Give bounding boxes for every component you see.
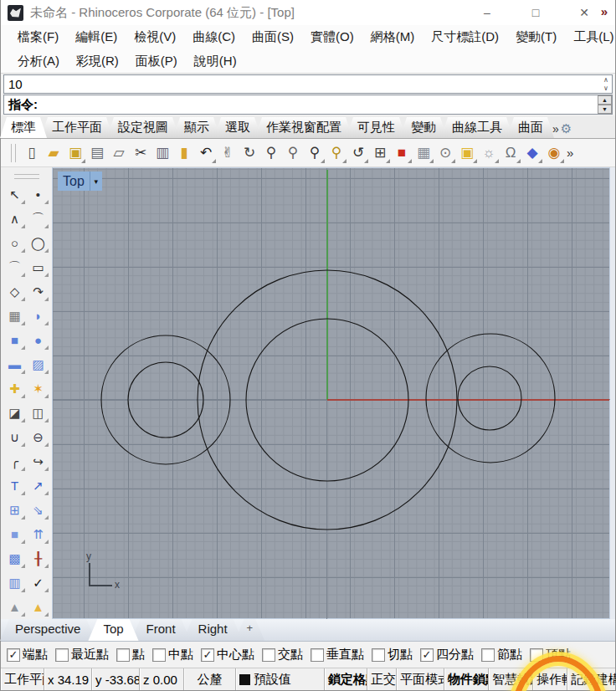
rectangle-icon[interactable]: ▭ bbox=[27, 255, 50, 279]
osnap-toggle[interactable]: ✓ 垂直點 bbox=[311, 647, 364, 663]
menu-item[interactable]: 工具(L) bbox=[565, 29, 616, 45]
spinner-down-icon[interactable]: ▼ bbox=[598, 105, 612, 114]
checkbox[interactable]: ✓ bbox=[481, 648, 495, 662]
status-cell[interactable]: y -33.68 bbox=[92, 668, 140, 690]
boolean-puzzle-icon[interactable]: ✚ bbox=[3, 376, 27, 401]
checkbox[interactable]: ✓ bbox=[372, 648, 385, 662]
spinner-up-icon[interactable]: ▲ bbox=[598, 95, 612, 105]
osnap-toggle[interactable]: ✓ 交點 bbox=[262, 647, 303, 663]
polyline-icon[interactable]: ∧ bbox=[3, 207, 27, 231]
chevron-down-icon[interactable]: ▾ bbox=[90, 171, 102, 191]
osnap-toggle[interactable]: ✓ 點 bbox=[116, 647, 145, 663]
add-viewport-tab-button[interactable]: + bbox=[235, 619, 265, 641]
viewport-tab[interactable]: Front bbox=[131, 619, 191, 641]
toolbar-overflow-icon[interactable]: » bbox=[567, 146, 573, 160]
osnap-toggle[interactable]: ✓ 端點 bbox=[7, 647, 48, 663]
checkbox[interactable]: ✓ bbox=[116, 648, 130, 662]
group-icon[interactable]: ⊞ bbox=[3, 498, 27, 522]
command-history[interactable]: 10 ∧∨ bbox=[3, 74, 613, 94]
layers-icon[interactable]: ▥ bbox=[3, 571, 27, 595]
toolbar-tab[interactable]: 變動 bbox=[400, 117, 447, 138]
ellipse-icon[interactable]: ◯ bbox=[27, 231, 50, 255]
conic-curve-icon[interactable]: ↷ bbox=[27, 279, 50, 304]
options-icon[interactable]: ◉ bbox=[543, 142, 565, 164]
osnap-toggle[interactable]: ✓ 中點 bbox=[152, 647, 193, 663]
osnap-toggle[interactable]: ✓ 中心點 bbox=[201, 647, 254, 663]
checkbox[interactable]: ✓ bbox=[201, 648, 214, 662]
checkbox[interactable]: ✓ bbox=[262, 648, 275, 662]
menu-item[interactable]: 編輯(E) bbox=[67, 29, 126, 45]
array-linear-icon[interactable]: ╂ bbox=[27, 546, 50, 571]
checkbox[interactable]: ✓ bbox=[55, 648, 69, 662]
checkbox[interactable]: ✓ bbox=[311, 648, 324, 662]
viewport-tab[interactable]: Right bbox=[183, 619, 243, 641]
top-viewport[interactable]: Top ▾ y x bbox=[52, 167, 610, 619]
circle-icon[interactable]: ○ bbox=[3, 231, 27, 255]
osnap-toggle[interactable]: ✓ 節點 bbox=[481, 647, 522, 663]
gear-icon[interactable]: ⚙ bbox=[561, 121, 572, 136]
boolean-union-icon[interactable]: ∪ bbox=[3, 425, 27, 449]
solid-union-icon[interactable]: ■ bbox=[3, 522, 27, 546]
save-icon[interactable]: ▣ bbox=[64, 142, 86, 164]
toolbar-tab[interactable]: 設定視圖 bbox=[107, 117, 179, 138]
menu-item[interactable]: 分析(A) bbox=[9, 54, 68, 69]
control-point-curve-icon[interactable]: ⌒ bbox=[27, 207, 50, 231]
status-cell[interactable]: 記錄建構歷史 bbox=[567, 668, 616, 690]
status-cell[interactable]: 物件鎖點 bbox=[444, 668, 489, 690]
box-icon[interactable]: ■ bbox=[3, 328, 27, 352]
array-icon[interactable]: ▩ bbox=[3, 546, 27, 571]
extrude-icon[interactable]: ⇈ bbox=[27, 522, 50, 546]
lamp-icon[interactable]: ▲ bbox=[27, 595, 50, 619]
osnap-toggle[interactable]: ✓ 最近點 bbox=[55, 647, 109, 663]
command-history-scrollbar[interactable]: ∧∨ bbox=[600, 75, 612, 93]
status-cell[interactable]: 正交 bbox=[367, 668, 397, 690]
point-icon[interactable]: • bbox=[27, 182, 50, 207]
status-cell[interactable]: 公釐 bbox=[184, 668, 236, 690]
menu-item[interactable]: 說明(H) bbox=[186, 54, 245, 69]
menu-item[interactable]: 曲面(S) bbox=[244, 29, 302, 45]
tabbar-overflow-icon[interactable]: » bbox=[552, 122, 559, 136]
toolbar-tab[interactable]: 曲面 bbox=[507, 117, 554, 138]
checkbox[interactable]: ✓ bbox=[420, 648, 434, 662]
circle-curve[interactable] bbox=[128, 362, 203, 438]
osnap-overflow-icon[interactable]: » bbox=[601, 4, 608, 18]
viewport-title-dropdown[interactable]: Top ▾ bbox=[58, 171, 102, 191]
toolbar-tab[interactable]: 標準 bbox=[0, 117, 47, 138]
toolbar-tab[interactable]: 曲線工具 bbox=[441, 117, 513, 138]
command-spinner[interactable]: ▲ ▼ bbox=[598, 95, 612, 114]
check-icon[interactable]: ✓ bbox=[27, 571, 50, 595]
named-views-car-icon[interactable]: ■ bbox=[391, 142, 413, 164]
viewport-tab[interactable]: Perspective bbox=[0, 619, 95, 641]
menu-item[interactable]: 實體(O) bbox=[302, 29, 362, 45]
arc-icon[interactable]: ⌒ bbox=[3, 255, 27, 279]
menu-item[interactable]: 變動(T) bbox=[507, 29, 565, 45]
render-icon[interactable]: ◆ bbox=[521, 142, 543, 164]
maximize-button[interactable]: □ bbox=[511, 1, 560, 24]
copy-to-clipboard-icon[interactable]: ▱ bbox=[108, 142, 130, 164]
command-prompt-input[interactable]: 指令: ▲ ▼ bbox=[3, 95, 613, 115]
cylinder-icon[interactable]: ▬ bbox=[3, 352, 27, 376]
status-cell[interactable]: 平面模式 bbox=[397, 668, 444, 690]
lightbulb-icon[interactable]: ☼ bbox=[478, 142, 500, 164]
circle-curve[interactable] bbox=[101, 335, 230, 464]
menu-item[interactable]: 面板(P) bbox=[127, 54, 186, 69]
zoom-selected-icon[interactable]: ⚲ bbox=[326, 142, 347, 164]
rotate-view-icon[interactable]: ↻ bbox=[239, 142, 260, 164]
viewport-tab[interactable]: Top bbox=[88, 619, 138, 641]
four-viewports-icon[interactable]: ⊞ bbox=[369, 142, 391, 164]
osnap-toggle[interactable]: ✓ 四分點 bbox=[420, 647, 474, 663]
status-cell[interactable]: 工作平面 bbox=[1, 668, 44, 690]
patch-surface-icon[interactable]: ◗ bbox=[27, 304, 50, 328]
checkbox[interactable]: ✓ bbox=[7, 648, 20, 662]
osnap-toggle[interactable]: ✓ 頂點 bbox=[530, 647, 571, 663]
status-cell[interactable]: x 34.19 bbox=[44, 668, 92, 690]
text-icon[interactable]: T bbox=[3, 473, 27, 498]
toolbar-tab[interactable]: 選取 bbox=[214, 117, 261, 138]
status-cell[interactable]: 鎖定格點 bbox=[325, 668, 367, 690]
menu-item[interactable]: 檢視(V) bbox=[126, 29, 184, 45]
new-file-icon[interactable]: ▯ bbox=[21, 142, 43, 164]
extend-curve-icon[interactable]: ↪ bbox=[27, 449, 50, 473]
lock-icon[interactable]: Ω bbox=[500, 142, 521, 164]
fillet-curve-icon[interactable]: ╭ bbox=[3, 449, 27, 473]
menu-item[interactable]: 網格(M) bbox=[362, 29, 424, 45]
